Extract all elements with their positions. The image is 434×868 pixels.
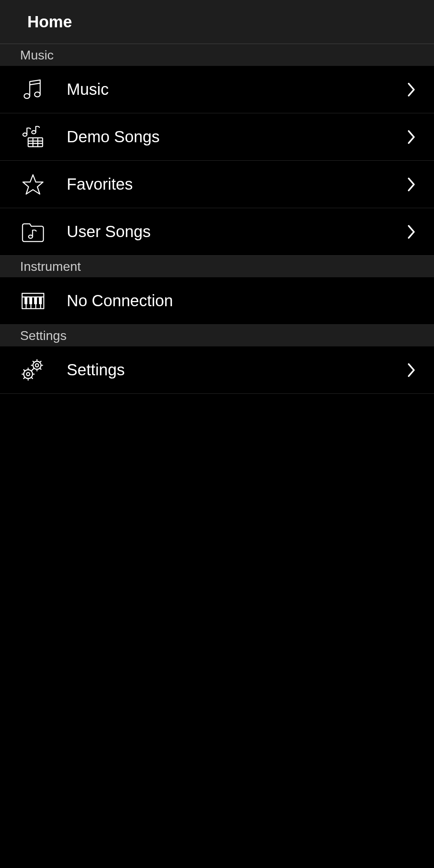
section-header-settings: Settings bbox=[0, 325, 434, 346]
chevron-right-icon bbox=[405, 79, 418, 100]
chevron-right-icon bbox=[405, 221, 418, 243]
menu-item-label: Demo Songs bbox=[67, 128, 405, 146]
folder-music-icon bbox=[21, 220, 45, 244]
menu-item-label: No Connection bbox=[67, 292, 418, 310]
menu-item-demo-songs[interactable]: Demo Songs bbox=[0, 113, 434, 161]
app-header: Home bbox=[0, 0, 434, 44]
chevron-right-icon bbox=[405, 359, 418, 381]
menu-item-label: Settings bbox=[67, 361, 405, 379]
svg-rect-11 bbox=[39, 297, 42, 304]
svg-point-0 bbox=[24, 94, 30, 98]
svg-point-16 bbox=[35, 364, 39, 367]
menu-item-music[interactable]: Music bbox=[0, 66, 434, 113]
svg-point-2 bbox=[23, 133, 27, 136]
chevron-right-icon bbox=[405, 126, 418, 148]
menu-item-label: User Songs bbox=[67, 223, 405, 241]
menu-item-label: Music bbox=[67, 80, 405, 98]
music-note-icon bbox=[21, 78, 45, 102]
svg-point-18 bbox=[27, 373, 30, 376]
keyboard-icon bbox=[21, 289, 45, 313]
svg-point-1 bbox=[35, 92, 40, 97]
svg-rect-9 bbox=[29, 297, 32, 304]
section-header-instrument: Instrument bbox=[0, 256, 434, 277]
menu-item-user-songs[interactable]: User Songs bbox=[0, 208, 434, 256]
star-icon bbox=[21, 172, 45, 197]
chevron-right-icon bbox=[405, 174, 418, 195]
menu-item-no-connection[interactable]: No Connection bbox=[0, 277, 434, 325]
page-title: Home bbox=[27, 13, 72, 31]
section-header-music: Music bbox=[0, 44, 434, 66]
svg-point-3 bbox=[32, 131, 36, 134]
svg-rect-8 bbox=[25, 297, 27, 304]
svg-rect-4 bbox=[28, 138, 43, 147]
menu-item-favorites[interactable]: Favorites bbox=[0, 161, 434, 208]
menu-item-label: Favorites bbox=[67, 175, 405, 193]
demo-songs-icon bbox=[21, 125, 45, 149]
svg-rect-10 bbox=[34, 297, 37, 304]
menu-item-settings[interactable]: Settings bbox=[0, 346, 434, 394]
gears-icon bbox=[21, 358, 45, 382]
svg-point-5 bbox=[29, 235, 33, 238]
